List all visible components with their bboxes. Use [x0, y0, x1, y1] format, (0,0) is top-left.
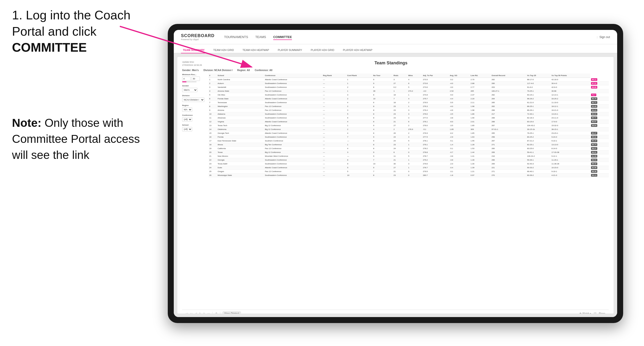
share-icon-btn[interactable]: ⬜ [594, 312, 596, 314]
cell-rank: 26 [208, 173, 217, 177]
min-slider[interactable] [182, 81, 196, 82]
note-text: Note: Only those with Committee Portal a… [12, 115, 156, 163]
cell-wins: 2 [408, 101, 422, 105]
table-wrapper[interactable]: # School Conference Reg Rank Conf Rank N… [208, 73, 609, 310]
cell-reg-rank: — [322, 166, 346, 170]
note-bold: Note: [12, 117, 42, 129]
cell-conf-rank: 2 [346, 105, 372, 108]
cell-overall: 80-25-2 [526, 135, 551, 139]
col-avg-sg: Avg. SG [449, 73, 470, 78]
paste-icon[interactable]: ⎗ [203, 312, 205, 314]
cell-low: 265 [491, 131, 526, 135]
cell-reg-rank: — [322, 101, 346, 105]
watch-label: Watch [582, 312, 589, 314]
cell-pts [590, 89, 609, 93]
cell-overall: 61-21-0 [526, 101, 551, 105]
view-original-button[interactable]: View: Original [223, 312, 241, 314]
cell-pts: 87.21 [590, 82, 609, 85]
cell-rank: 12 [208, 120, 217, 124]
cell-wins: 3 [408, 162, 422, 166]
school-select[interactable]: (All) [182, 127, 192, 131]
cell-rnds: 27 [393, 166, 408, 170]
cell-overall: 88-17-0 [526, 78, 551, 82]
cell-overall: 30-15-1b [526, 128, 551, 131]
cell-reg-rank: — [322, 108, 346, 112]
cell-sg: 1.28 [470, 158, 491, 162]
cell-overall: 76-25-1 [526, 131, 551, 135]
cell-low: 97-01-1 [491, 128, 526, 131]
watch-button[interactable]: 👁 Watch ▾ [579, 312, 591, 314]
cell-rnds: 18 [393, 101, 408, 105]
cell-conf: Southeastern Conference [264, 162, 322, 166]
cell-pts: 61.56 [590, 154, 609, 158]
cell-reg-rank: — [322, 170, 346, 173]
cell-sg: 2.70 [470, 78, 491, 82]
cell-sg: 265 [470, 89, 491, 93]
cell-rec: 17-33-38 [551, 151, 590, 154]
nav-committee[interactable]: COMMITTEE [273, 34, 292, 40]
cell-overall: 90-33-2 [526, 166, 551, 170]
cell-wins: 1 [408, 166, 422, 170]
table-row: 10 Alabama Southeastern Conference — 5 8… [208, 112, 609, 116]
history-icon[interactable]: ⋯ [207, 312, 210, 314]
cell-adj-val: -1.4 [449, 143, 470, 147]
cell-rec: 16-21-0 [551, 108, 590, 112]
cell-conf: Pac-12 Conference [264, 108, 322, 112]
cell-sg: 2.37 [470, 93, 491, 97]
cell-sg: 1.21 [470, 170, 491, 173]
cell-reg-rank: — [322, 173, 346, 177]
cell-reg-rank: — [322, 78, 346, 82]
cell-school: Ole Miss [217, 93, 264, 97]
tab-player-h2h-grid[interactable]: PLAYER H2H GRID [309, 47, 336, 53]
cell-adj-val: -3.1 [449, 170, 470, 173]
cell-rank: 24 [208, 166, 217, 170]
cell-no-tour: 10 [372, 97, 393, 101]
cell-school: Mississippi State [217, 173, 264, 177]
cell-conf: Southeastern Conference [264, 158, 322, 162]
tab-player-h2h-heatmap[interactable]: PLAYER H2H HEATMAP [341, 47, 374, 53]
cell-conf: Southeastern Conference [264, 116, 322, 120]
copy-icon[interactable]: ⎘ [199, 312, 201, 314]
share-button[interactable]: Share [599, 312, 605, 314]
clock-icon[interactable]: ⏱ [215, 312, 218, 314]
cell-school: Alabama [217, 112, 264, 116]
cell-overall: 66-40-1 [526, 170, 551, 173]
region-select[interactable]: N/A All [182, 107, 192, 112]
sign-out-link[interactable]: Sign out [600, 35, 610, 39]
cell-pts: 60.71 [590, 101, 609, 105]
cell-rnds: 24 [393, 147, 408, 151]
table-row: 12 Virginia Atlantic Coast Conference — … [208, 120, 609, 124]
table-row: 16 Florida Southeastern Conference — 7 9… [208, 135, 609, 139]
cell-reg-rank: — [322, 97, 346, 101]
cell-school: Duke [217, 166, 264, 170]
cell-sg: 1.98 [470, 105, 491, 108]
cell-adj-val: -6.0 [449, 120, 470, 124]
cell-pts: 60.57 [590, 120, 609, 124]
cell-rec: 11-29-1 [551, 158, 590, 162]
redo-icon[interactable]: ↪ [190, 312, 192, 314]
cell-conf: Atlantic Coast Conference [264, 97, 322, 101]
cell-conf: Southeastern Conference [264, 85, 322, 89]
cell-rank: 25 [208, 170, 217, 173]
cell-adj-val: 2.52 [449, 89, 470, 93]
cell-wins: 5 [408, 139, 422, 143]
undo-icon[interactable]: ↩ [186, 312, 188, 314]
eye-icon: 👁 [579, 312, 582, 314]
cell-school: Arizona [217, 108, 264, 112]
cell-low: 216 [491, 154, 526, 158]
cell-overall: 59-41-1 [526, 151, 551, 154]
conference-select[interactable]: (All) [182, 117, 192, 122]
tab-player-summary[interactable]: PLAYER SUMMARY [276, 47, 304, 53]
cell-overall: 109-24-2 [526, 154, 551, 158]
division-select[interactable]: NCAA Division I NCAA Division II [182, 98, 204, 102]
cell-conf: Atlantic Coast Conference [264, 166, 322, 170]
back-icon[interactable]: ◁ [195, 312, 197, 314]
gender-select[interactable]: Men's Women's [182, 88, 198, 92]
cell-adj-val: -3.8 [449, 116, 470, 120]
table-row: 4 Arizona State Pac-12 Conference — 1 36… [208, 89, 609, 93]
cell-conf: Big Ten Conference [264, 143, 322, 147]
cell-sg: 2.20 [470, 97, 491, 101]
table-row: 21 New Mexico Mountain West Conference —… [208, 154, 609, 158]
col-vs-top25: Vs Top 25 [526, 73, 551, 78]
cell-rank: 16 [208, 135, 217, 139]
